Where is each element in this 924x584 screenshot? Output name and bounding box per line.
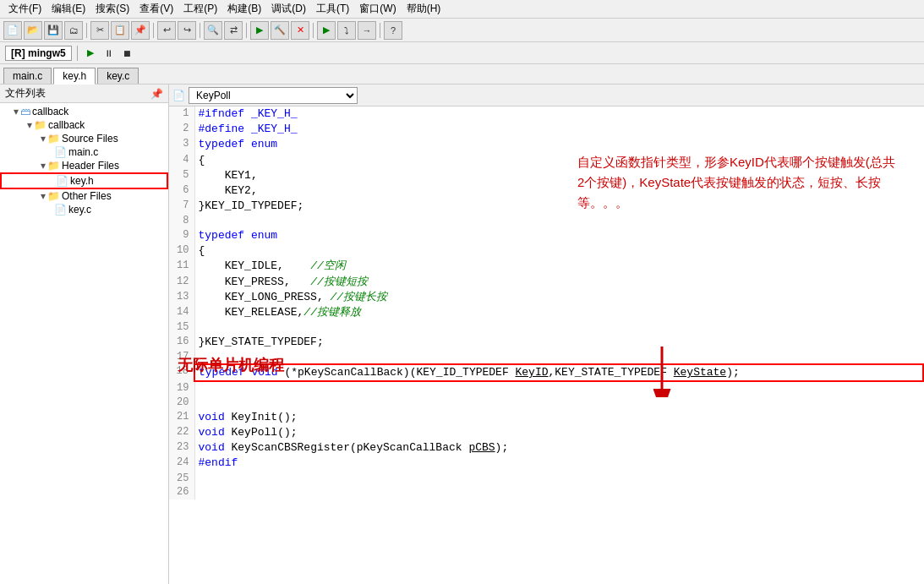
menu-help[interactable]: 帮助(H) xyxy=(402,0,446,18)
line-code-26[interactable] xyxy=(194,485,923,499)
line-21: 21 void KeyInit(); xyxy=(169,410,923,425)
line-code-13[interactable]: KEY_LONG_PRESS, //按键长按 xyxy=(194,290,923,305)
line-1: 1 #ifndef _KEY_H_ xyxy=(169,106,923,122)
tree-key-c[interactable]: 📄 key.c xyxy=(0,203,168,216)
new-btn[interactable]: 📄 xyxy=(3,21,22,40)
stop-run-btn[interactable]: ⏹ xyxy=(120,46,135,61)
line-code-16[interactable]: }KEY_STATE_TYPEDEF; xyxy=(194,335,923,350)
sep6 xyxy=(380,23,380,38)
file-icon-small: 📄 xyxy=(172,90,185,101)
line-num-20: 20 xyxy=(169,396,194,410)
line-20: 20 xyxy=(169,396,923,410)
line-num-14: 14 xyxy=(169,305,194,320)
folder-callback-icon: 📁 xyxy=(34,119,46,131)
debug-btn[interactable]: ▶ xyxy=(317,21,336,40)
line-code-23[interactable]: void KeyScanCBSRegister(pKeyScanCallBack… xyxy=(194,440,923,456)
step-btn[interactable]: ⤵ xyxy=(337,21,356,40)
line-num-11: 11 xyxy=(169,259,194,274)
tab-key-c[interactable]: key.c xyxy=(97,68,139,84)
menu-tools[interactable]: 工具(T) xyxy=(311,0,354,18)
menu-view[interactable]: 查看(V) xyxy=(134,0,178,18)
copy-btn[interactable]: 📋 xyxy=(111,21,129,40)
tree-main-c[interactable]: 📄 main.c xyxy=(0,145,168,159)
line-code-17[interactable] xyxy=(194,350,923,364)
tree-source-files[interactable]: ▾ 📁 Source Files xyxy=(0,132,168,145)
tree-root[interactable]: ▾ 🗃 callback xyxy=(0,105,168,118)
line-code-19[interactable] xyxy=(194,381,923,396)
compile-btn[interactable]: ▶ xyxy=(250,21,269,40)
tab-main-c[interactable]: main.c xyxy=(3,68,52,84)
line-num-8: 8 xyxy=(169,214,194,228)
line-code-11[interactable]: KEY_IDLE, //空闲 xyxy=(194,259,923,274)
project-name: [R] mingw5 xyxy=(5,46,72,61)
save-all-btn[interactable]: 🗂 xyxy=(64,21,83,40)
menu-file[interactable]: 文件(F) xyxy=(3,0,46,18)
redo-btn[interactable]: ↪ xyxy=(178,21,196,40)
line-num-4: 4 xyxy=(169,153,194,168)
stop-btn[interactable]: ✕ xyxy=(291,21,309,40)
menu-edit[interactable]: 编辑(E) xyxy=(46,0,90,18)
expand-source-icon: ▾ xyxy=(41,133,46,145)
line-code-9[interactable]: typedef enum xyxy=(194,228,923,243)
next-btn[interactable]: → xyxy=(358,21,376,40)
line-8: 8 xyxy=(169,214,923,228)
line-code-22[interactable]: void KeyPoll(); xyxy=(194,425,923,440)
cm11: //空闲 xyxy=(310,259,346,272)
menu-project[interactable]: 工程(P) xyxy=(178,0,222,18)
line-code-1[interactable]: #ifndef _KEY_H_ xyxy=(194,106,923,122)
u-pcbs: pCBS xyxy=(468,441,495,454)
line-code-20[interactable] xyxy=(194,396,923,410)
debug-run-btn[interactable]: ⏸ xyxy=(101,46,117,61)
tree-root-label: callback xyxy=(32,106,68,117)
file-panel-header: 文件列表 📌 xyxy=(0,85,168,103)
tab-key-h[interactable]: key.h xyxy=(53,68,96,85)
menu-build[interactable]: 构建(B) xyxy=(222,0,266,18)
line-19: 19 xyxy=(169,381,923,396)
help-btn[interactable]: ? xyxy=(384,21,402,40)
line-10: 10 { xyxy=(169,243,923,259)
search-btn[interactable]: 🔍 xyxy=(204,21,222,40)
tree-header-files[interactable]: ▾ 📁 Header Files xyxy=(0,159,168,172)
file-panel-pin[interactable]: 📌 xyxy=(150,88,163,100)
menu-window[interactable]: 窗口(W) xyxy=(354,0,401,18)
file-keyc-icon: 📄 xyxy=(54,204,67,216)
menu-search[interactable]: 搜索(S) xyxy=(90,0,134,18)
expand-callback-icon: ▾ xyxy=(27,119,32,131)
line-code-25[interactable] xyxy=(194,472,923,486)
line-code-15[interactable] xyxy=(194,320,923,335)
line-num-22: 22 xyxy=(169,425,194,440)
line-code-10[interactable]: { xyxy=(194,243,923,259)
tree-key-h[interactable]: 📄 key.h xyxy=(0,172,168,189)
tree-other-files[interactable]: ▾ 📁 Other Files xyxy=(0,189,168,203)
line-code-2[interactable]: #define _KEY_H_ xyxy=(194,122,923,137)
menu-debug[interactable]: 调试(D) xyxy=(266,0,311,18)
run-btn[interactable]: ▶ xyxy=(83,46,98,61)
folder-other-icon: 📁 xyxy=(47,190,60,202)
project-bar: [R] mingw5 ▶ ⏸ ⏹ xyxy=(0,42,924,64)
tree-callback[interactable]: ▾ 📁 callback xyxy=(0,118,168,132)
paste-btn[interactable]: 📌 xyxy=(131,21,150,40)
line-num-15: 15 xyxy=(169,320,194,335)
folder-header-icon: 📁 xyxy=(47,160,60,172)
line-code-8[interactable] xyxy=(194,214,923,228)
tree-other-label: Other Files xyxy=(62,190,112,202)
line-code-14[interactable]: KEY_RELEASE,//按键释放 xyxy=(194,305,923,320)
function-dropdown[interactable]: KeyPoll KeyInit KeyScanCBSRegister xyxy=(189,87,358,104)
line-code-18[interactable]: typedef void (*pKeyScanCallBack)(KEY_ID_… xyxy=(194,364,923,381)
expand-header-icon: ▾ xyxy=(41,160,46,172)
save-btn[interactable]: 💾 xyxy=(44,21,63,40)
sep1 xyxy=(86,23,87,38)
open-btn[interactable]: 📂 xyxy=(24,21,42,40)
line-code-21[interactable]: void KeyInit(); xyxy=(194,410,923,425)
tree-header-label: Header Files xyxy=(62,160,119,172)
line-code-24[interactable]: #endif xyxy=(194,456,923,471)
undo-btn[interactable]: ↩ xyxy=(157,21,176,40)
replace-btn[interactable]: ⇄ xyxy=(224,21,243,40)
cut-btn[interactable]: ✂ xyxy=(90,21,109,40)
cm13: //按键长按 xyxy=(331,291,388,303)
build-btn[interactable]: 🔨 xyxy=(271,21,289,40)
line-code-3[interactable]: typedef enum xyxy=(194,137,923,152)
line-num-2: 2 xyxy=(169,122,194,137)
line-code-12[interactable]: KEY_PRESS, //按键短按 xyxy=(194,275,923,290)
line-2: 2 #define _KEY_H_ xyxy=(169,122,923,137)
